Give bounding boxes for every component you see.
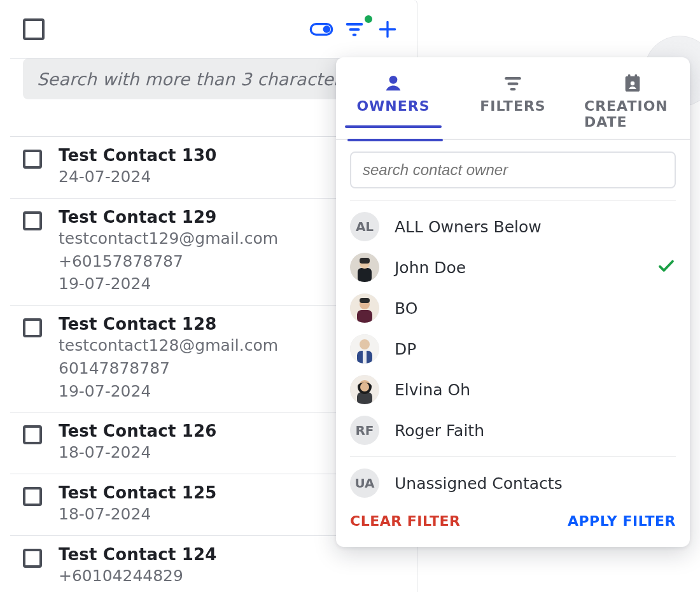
tab-creation-date-label: CREATION DATE (584, 98, 681, 130)
toolbar (10, 0, 417, 59)
svg-point-1 (323, 25, 331, 33)
svg-rect-3 (349, 28, 360, 31)
filter-panel: OWNERS FILTERS CREATION DATE ALALL Owner… (336, 57, 690, 547)
svg-rect-16 (358, 268, 372, 282)
apply-filter-button[interactable]: APPLY FILTER (568, 513, 676, 529)
toggle-icon (309, 17, 334, 42)
filter-button[interactable] (338, 13, 371, 46)
active-tab-underline (347, 139, 443, 141)
svg-rect-12 (628, 74, 631, 79)
svg-rect-8 (505, 77, 521, 80)
owner-name: Unassigned Contacts (395, 474, 563, 493)
svg-rect-2 (346, 23, 363, 25)
person-icon (382, 73, 404, 94)
avatar-initials: AL (356, 219, 374, 234)
filter-actions: CLEAR FILTER APPLY FILTER (336, 498, 690, 535)
svg-rect-20 (357, 310, 372, 323)
row-checkbox[interactable] (23, 150, 42, 169)
search-placeholder: Search with more than 3 characters (37, 69, 350, 89)
svg-point-30 (360, 383, 369, 391)
avatar-initials: UA (354, 476, 374, 491)
toggle-button[interactable] (305, 13, 338, 46)
owner-item[interactable]: John Doe (350, 253, 676, 282)
avatar: UA (350, 469, 379, 498)
tab-owners-label: OWNERS (356, 98, 430, 114)
owner-item[interactable]: Elvina Oh (350, 375, 676, 404)
svg-rect-9 (508, 83, 519, 85)
svg-point-7 (389, 76, 398, 84)
row-checkbox[interactable] (23, 211, 42, 230)
contact-date: 18-07-2024 (59, 588, 404, 593)
divider (350, 456, 676, 457)
contact-phone: +60104244829 (59, 565, 404, 587)
owner-name: DP (395, 340, 416, 358)
avatar-initials: RF (355, 423, 374, 438)
select-all-checkbox[interactable] (23, 18, 45, 40)
row-checkbox[interactable] (23, 487, 42, 506)
svg-rect-18 (360, 258, 370, 264)
svg-rect-10 (510, 88, 516, 90)
owner-item[interactable]: BO (350, 293, 676, 323)
row-checkbox[interactable] (23, 318, 42, 337)
row-checkbox[interactable] (23, 425, 42, 444)
avatar (350, 293, 379, 323)
svg-rect-25 (363, 351, 367, 363)
avatar (350, 253, 379, 282)
contact-name: Test Contact 124 (59, 545, 404, 564)
calendar-contact-icon (622, 73, 643, 94)
svg-rect-22 (360, 298, 370, 303)
owner-item[interactable]: RFRoger Faith (350, 416, 676, 445)
row-checkbox[interactable] (23, 549, 42, 568)
avatar (350, 375, 379, 404)
owner-search-input[interactable] (350, 152, 676, 188)
tab-filters[interactable]: FILTERS (461, 66, 565, 139)
filter-icon (502, 73, 524, 94)
svg-rect-13 (635, 74, 638, 79)
filter-tabs: OWNERS FILTERS CREATION DATE (336, 64, 690, 140)
owner-item[interactable]: ALALL Owners Below (350, 212, 676, 241)
svg-rect-6 (379, 28, 396, 30)
clear-filter-button[interactable]: CLEAR FILTER (350, 513, 460, 529)
svg-point-14 (631, 81, 635, 86)
divider (350, 200, 676, 201)
tab-filters-label: FILTERS (480, 98, 545, 114)
owner-item-unassigned[interactable]: UA Unassigned Contacts (350, 469, 676, 498)
tab-creation-date[interactable]: CREATION DATE (580, 66, 685, 139)
add-button[interactable] (371, 13, 404, 46)
check-icon (657, 257, 676, 278)
avatar (350, 334, 379, 363)
owner-name: ALL Owners Below (395, 218, 542, 236)
owner-name: Roger Faith (395, 421, 484, 440)
avatar: AL (350, 212, 379, 241)
avatar: RF (350, 416, 379, 445)
plus-icon (375, 17, 400, 42)
tab-owners[interactable]: OWNERS (341, 66, 445, 139)
filter-icon (342, 17, 367, 42)
svg-point-26 (360, 339, 370, 349)
owner-item[interactable]: DP (350, 334, 676, 363)
svg-rect-4 (353, 33, 357, 36)
owner-name: Elvina Oh (395, 381, 470, 399)
owner-list: ALALL Owners BelowJohn DoeBODPElvina OhR… (350, 212, 676, 445)
owner-name: John Doe (395, 258, 466, 277)
owner-name: BO (395, 299, 417, 318)
